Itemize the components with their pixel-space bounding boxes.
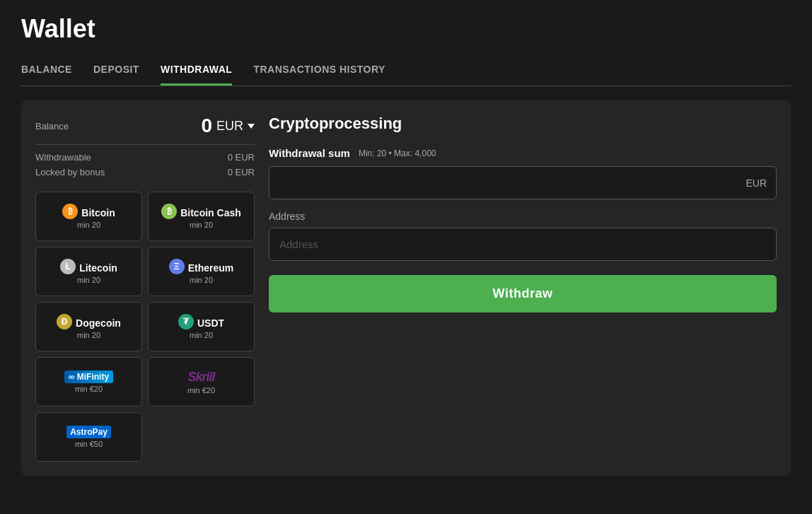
ltc-icon: Ł (60, 259, 76, 274)
withdrawal-sum-row: Withdrawal sum Min: 20 • Max: 4,000 (269, 147, 777, 159)
amount-input[interactable] (269, 166, 777, 199)
eth-icon: Ξ (169, 259, 185, 274)
bitcoin-icon-row: ₿ Bitcoin (62, 204, 115, 219)
usdt-min: min 20 (190, 331, 213, 339)
skrill-min: min €20 (187, 386, 215, 395)
method-bitcoin[interactable]: ₿ Bitcoin min 20 (35, 192, 142, 241)
usdt-icon: ₮ (178, 314, 194, 329)
locked-label: Locked by bonus (35, 167, 105, 177)
nav-tabs: BALANCE DEPOSIT WITHDRAWAL TRANSACTIONS … (21, 57, 791, 86)
tab-withdrawal[interactable]: WITHDRAWAL (161, 57, 232, 86)
method-litecoin[interactable]: Ł Litecoin min 20 (35, 247, 142, 296)
bitcoin-min: min 20 (77, 221, 100, 229)
bitcoin-cash-icon-row: ₿ Bitcoin Cash (161, 204, 241, 219)
doge-icon: Ð (57, 314, 72, 329)
method-mifinity[interactable]: ∞ MiFinity min €20 (35, 357, 142, 407)
mifinity-logo: ∞ MiFinity (64, 370, 113, 383)
method-dogecoin[interactable]: Ð Dogecoin min 20 (35, 302, 142, 351)
right-panel: Cryptoprocessing Withdrawal sum Min: 20 … (269, 115, 777, 462)
dogecoin-icon-row: Ð Dogecoin (57, 314, 121, 329)
mifinity-min: min €20 (75, 385, 103, 393)
astropay-logo: AstroPay (66, 426, 111, 438)
litecoin-icon-row: Ł Litecoin (60, 259, 117, 274)
withdrawable-row: Withdrawable 0 EUR (35, 152, 255, 163)
method-skrill[interactable]: Skrill min €20 (148, 357, 255, 407)
bitcoin-label: Bitcoin (81, 207, 115, 218)
method-usdt[interactable]: ₮ USDT min 20 (148, 302, 255, 351)
currency-label: EUR (216, 119, 243, 134)
tab-deposit[interactable]: DEPOSIT (93, 57, 139, 86)
litecoin-label: Litecoin (79, 262, 117, 274)
balance-section: Balance 0 EUR Withdrawable 0 EUR Loc (35, 115, 255, 177)
ethereum-icon-row: Ξ Ethereum (169, 259, 234, 274)
balance-label: Balance (35, 121, 69, 132)
withdraw-button[interactable]: Withdraw (269, 275, 777, 313)
left-panel: Balance 0 EUR Withdrawable 0 EUR Loc (35, 115, 255, 462)
ethereum-label: Ethereum (188, 262, 234, 274)
method-bitcoin-cash[interactable]: ₿ Bitcoin Cash min 20 (148, 192, 255, 241)
balance-main: 0 EUR (201, 115, 255, 137)
method-ethereum[interactable]: Ξ Ethereum min 20 (148, 247, 255, 296)
currency-dropdown-icon[interactable] (248, 124, 255, 129)
locked-row: Locked by bonus 0 EUR (35, 167, 255, 177)
btc-icon: ₿ (62, 204, 78, 219)
tab-balance[interactable]: BALANCE (21, 57, 72, 86)
locked-value: 0 EUR (228, 167, 255, 177)
ethereum-min: min 20 (190, 276, 213, 284)
balance-amount: 0 (201, 115, 212, 137)
address-input[interactable] (269, 228, 777, 261)
cryptoprocessing-heading: Cryptoprocessing (269, 115, 777, 133)
withdrawable-label: Withdrawable (35, 152, 91, 163)
divider (35, 144, 255, 145)
tab-transactions[interactable]: TRANSACTIONS HISTORY (253, 57, 385, 86)
skrill-logo: Skrill (187, 370, 214, 385)
page-title: Wallet (21, 14, 791, 44)
main-content: Balance 0 EUR Withdrawable 0 EUR Loc (21, 100, 791, 476)
address-label: Address (269, 211, 777, 222)
balance-row: Balance 0 EUR (35, 115, 255, 137)
amount-input-wrapper: EUR (269, 166, 777, 199)
currency-label: EUR (746, 177, 767, 189)
dogecoin-min: min 20 (77, 331, 100, 339)
balance-currency[interactable]: EUR (216, 119, 255, 134)
withdrawal-sum-label: Withdrawal sum (269, 147, 350, 159)
withdrawable-value: 0 EUR (228, 152, 255, 163)
astropay-min: min €50 (75, 440, 103, 448)
dogecoin-label: Dogecoin (76, 317, 121, 329)
methods-grid: ₿ Bitcoin min 20 ₿ Bitcoin Cash min 20 (35, 192, 255, 462)
litecoin-min: min 20 (77, 276, 100, 284)
bitcoin-cash-label: Bitcoin Cash (180, 207, 241, 218)
method-astropay[interactable]: AstroPay min €50 (35, 412, 142, 462)
usdt-icon-row: ₮ USDT (178, 314, 224, 329)
bch-icon: ₿ (161, 204, 177, 219)
usdt-label: USDT (197, 317, 224, 329)
bitcoin-cash-min: min 20 (190, 221, 213, 229)
limit-text: Min: 20 • Max: 4,000 (359, 148, 436, 158)
